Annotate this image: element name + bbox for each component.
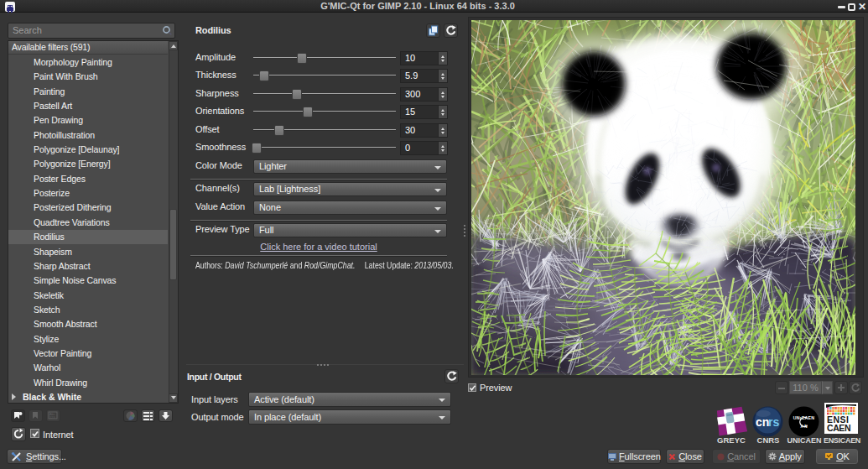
svg-text:A•N: A•N	[800, 425, 808, 429]
svg-text:rs: rs	[768, 415, 779, 429]
svg-text:123: 123	[49, 415, 55, 419]
svg-text:cn: cn	[756, 415, 769, 429]
svg-text:CAEN: CAEN	[827, 423, 850, 433]
